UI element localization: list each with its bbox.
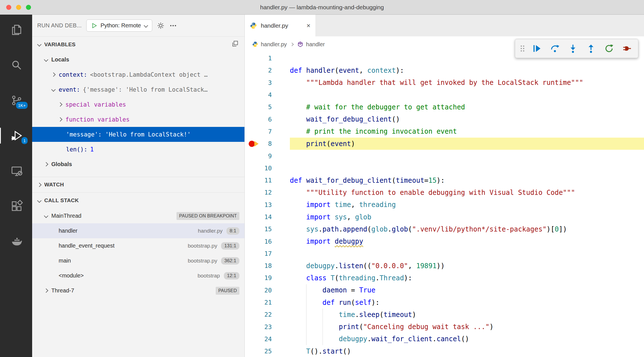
code-text[interactable]: sys.path.append(glob.glob(".venv/lib/pyt… <box>290 223 644 235</box>
gutter[interactable]: 2 <box>245 64 290 76</box>
disconnect-button[interactable] <box>619 41 635 56</box>
code-text[interactable]: import debugpy <box>290 235 644 247</box>
continue-button[interactable] <box>529 41 544 56</box>
code-text[interactable]: debugpy.listen(("0.0.0.0", 19891)) <box>290 260 644 272</box>
tab-handler-py[interactable]: handler.py × <box>245 15 316 36</box>
gutter[interactable]: 4 <box>245 89 290 101</box>
close-tab-icon[interactable]: × <box>306 22 310 30</box>
editor-area: handler.py × handler.py han <box>245 15 644 357</box>
code-text[interactable]: daemon = True <box>290 284 644 296</box>
code-text[interactable] <box>290 248 644 260</box>
code-text[interactable]: # wait for the debugger to get attached <box>290 101 644 113</box>
activity-source-control[interactable]: 1K+ <box>0 92 32 108</box>
gutter[interactable]: 17 <box>245 248 290 260</box>
code-text[interactable]: time.sleep(timeout) <box>290 308 644 321</box>
step-over-button[interactable] <box>547 41 563 56</box>
scope-locals[interactable]: Locals <box>32 52 244 67</box>
code-text[interactable]: T().start() <box>290 345 644 357</box>
gutter[interactable]: 9 <box>245 150 290 162</box>
code-text[interactable] <box>290 162 644 174</box>
scope-globals[interactable]: Globals <box>32 157 244 172</box>
variable-row-event[interactable]: event: {'message': 'Hello from LocalStac… <box>32 82 244 97</box>
breadcrumb-symbol[interactable]: handler <box>297 41 325 48</box>
call-stack-pane-header[interactable]: CALL STACK <box>32 193 244 208</box>
call-stack-thread-7[interactable]: Thread-7 PAUSED <box>32 283 244 298</box>
gutter[interactable]: 6 <box>245 113 290 125</box>
gutter[interactable]: 25 <box>245 345 290 357</box>
step-into-button[interactable] <box>565 41 581 56</box>
variable-row-special-variables[interactable]: special variables <box>32 97 244 112</box>
variable-row-message-selected[interactable]: 'message': 'Hello from LocalStack!' <box>32 127 244 142</box>
gutter[interactable]: 19 <box>245 272 290 284</box>
gutter[interactable]: 12 <box>245 186 290 199</box>
more-actions-button[interactable] <box>169 22 177 30</box>
gutter[interactable]: 20 <box>245 284 290 296</box>
code-text[interactable]: class T(threading.Thread): <box>290 272 644 284</box>
code-editor[interactable]: 12def handler(event, context):3 """Lambd… <box>245 52 644 357</box>
code-text[interactable]: wait_for_debug_client() <box>290 113 644 125</box>
code-text[interactable]: debugpy.wait_for_client.cancel() <box>290 333 644 345</box>
gutter[interactable]: 10 <box>245 162 290 174</box>
gutter[interactable]: 22 <box>245 308 290 321</box>
code-text[interactable]: # print the incoming invocation event <box>290 125 644 138</box>
activity-docker[interactable] <box>0 233 32 249</box>
code-text[interactable]: import time, threading <box>290 199 644 211</box>
activity-search[interactable] <box>0 57 32 73</box>
gutter[interactable]: 24 <box>245 333 290 345</box>
call-stack-frame-handle-event-request[interactable]: handle_event_request bootstrap.py 131:1 <box>32 238 244 253</box>
activity-explorer[interactable] <box>0 22 32 38</box>
code-text[interactable]: print("Canceling debug wait task ...") <box>290 321 644 333</box>
variable-row-len[interactable]: len(): 1 <box>32 142 244 157</box>
code-line: 10 <box>245 162 644 174</box>
code-text[interactable]: """Utility function to enable debugging … <box>290 186 644 199</box>
gutter[interactable]: 7 <box>245 125 290 138</box>
gutter[interactable]: 3 <box>245 77 290 89</box>
restart-button[interactable] <box>601 41 617 56</box>
frame-position-badge: 8:1 <box>226 227 239 235</box>
start-debugging-icon[interactable] <box>91 23 97 29</box>
activity-extensions[interactable] <box>0 198 32 214</box>
gutter[interactable]: 1 <box>245 52 290 64</box>
code-text[interactable]: def wait_for_debug_client(timeout=15): <box>290 174 644 186</box>
window-title: handler.py — lambda-mounting-and-debuggi… <box>0 4 644 11</box>
step-out-button[interactable] <box>583 41 599 56</box>
gutter[interactable]: 23 <box>245 321 290 333</box>
variables-pane-header[interactable]: VARIABLES <box>32 36 244 52</box>
search-icon <box>10 59 23 71</box>
line-number: 11 <box>264 177 272 184</box>
gutter[interactable]: 18 <box>245 260 290 272</box>
line-number: 6 <box>268 116 272 123</box>
call-stack-frame-module[interactable]: <module> bootstrap 12:1 <box>32 268 244 283</box>
code-text[interactable] <box>290 89 644 101</box>
gutter[interactable]: 5 <box>245 101 290 113</box>
variable-row-context[interactable]: context: <bootstrap.LambdaContext object… <box>32 67 244 82</box>
call-stack-thread-main[interactable]: MainThread PAUSED ON BREAKPOINT <box>32 208 244 223</box>
call-stack-frame-main[interactable]: main bootstrap.py 362:1 <box>32 253 244 268</box>
call-stack-frame-handler[interactable]: handler handler.py 8:1 <box>32 223 244 238</box>
gutter[interactable]: 11 <box>245 174 290 186</box>
gutter[interactable]: 21 <box>245 296 290 308</box>
breadcrumb-separator-icon <box>290 43 294 46</box>
gutter[interactable]: 16 <box>245 235 290 247</box>
code-text[interactable]: def handler(event, context): <box>290 64 644 76</box>
activity-remote-explorer[interactable] <box>0 163 32 179</box>
gutter[interactable]: 14 <box>245 211 290 223</box>
debug-settings-button[interactable] <box>157 22 165 30</box>
code-text[interactable]: import sys, glob <box>290 211 644 223</box>
code-text[interactable] <box>290 150 644 162</box>
grip-icon <box>519 44 526 53</box>
breadcrumb-file[interactable]: handler.py <box>252 41 287 48</box>
activity-run-and-debug[interactable]: 1 <box>0 128 32 144</box>
gutter[interactable]: 15 <box>245 223 290 235</box>
code-text[interactable]: """Lambda handler that will get invoked … <box>290 77 644 89</box>
toolbar-drag-handle[interactable] <box>519 41 526 56</box>
gutter[interactable]: 8 <box>245 138 290 150</box>
breakpoint-icon[interactable] <box>249 141 255 147</box>
collapse-variables-button[interactable] <box>231 40 239 49</box>
debug-config-dropdown[interactable]: Python: Remote <box>86 19 152 32</box>
gutter[interactable]: 13 <box>245 199 290 211</box>
code-text[interactable]: print(event) <box>290 138 644 150</box>
variable-row-function-variables[interactable]: function variables <box>32 112 244 127</box>
code-text[interactable]: def run(self): <box>290 296 644 308</box>
watch-pane-header[interactable]: WATCH <box>32 177 244 193</box>
